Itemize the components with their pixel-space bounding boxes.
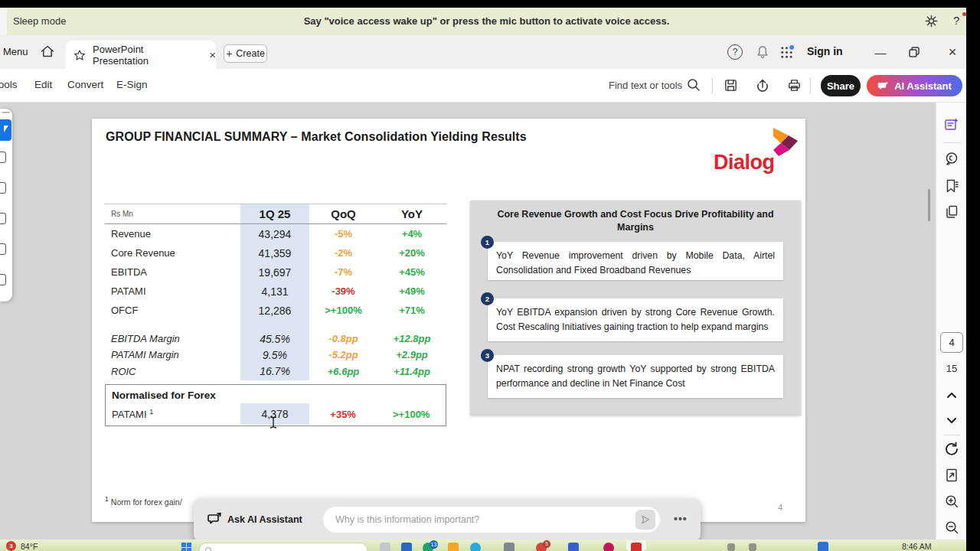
tool-icon[interactable] <box>0 213 6 224</box>
print-icon[interactable] <box>787 78 802 93</box>
vertical-scrollbar-thumb[interactable] <box>928 189 930 221</box>
sign-in-button[interactable]: Sign in <box>807 45 843 57</box>
zoom-in-icon[interactable] <box>940 490 963 513</box>
rotate-page-icon[interactable] <box>940 438 963 461</box>
taskbar-app-icon[interactable] <box>504 543 514 551</box>
document-tab[interactable]: PowerPoint Presentation × <box>66 41 216 69</box>
row-yoy: +20% <box>377 247 446 259</box>
favorite-star-icon[interactable] <box>74 49 86 61</box>
tool-icon[interactable] <box>0 274 6 285</box>
taskbar-app-icon[interactable] <box>568 543 579 551</box>
weather-alert-badge: 3 <box>6 541 16 551</box>
voice-help-icon[interactable]: ? <box>953 14 959 27</box>
bookmarks-icon[interactable] <box>940 174 963 197</box>
row-value: 12,286 <box>240 305 309 317</box>
row-qoq: -0.8pp <box>309 333 377 344</box>
share-button[interactable]: Share <box>821 75 861 96</box>
weather-widget[interactable]: 84°F <box>21 542 38 551</box>
table-row: EBITDA 19,697 -7% +45% <box>105 262 446 282</box>
tool-icon[interactable] <box>0 243 6 255</box>
plus-icon: + <box>226 47 232 60</box>
ai-summary-icon[interactable] <box>940 113 963 136</box>
row-value: 16.7% <box>240 365 309 377</box>
taskbar-app-icon[interactable] <box>401 543 412 551</box>
close-window-button[interactable]: × <box>943 44 962 60</box>
more-options-icon[interactable]: ••• <box>674 513 688 525</box>
notifications-bell-icon[interactable] <box>755 44 770 60</box>
row-qoq: -7% <box>309 266 377 278</box>
window-edge <box>0 8 7 35</box>
ai-assistant-label: AI Assistant <box>894 80 952 92</box>
current-page-input[interactable]: 4 <box>940 332 963 353</box>
windows-start-icon[interactable] <box>181 543 191 551</box>
comments-icon[interactable] <box>940 147 963 170</box>
help-icon[interactable]: ? <box>727 44 743 60</box>
taskbar-clock[interactable]: 8:46 AM <box>902 542 932 551</box>
table-header-row: Rs Mn 1Q 25 QoQ YoY <box>105 204 446 224</box>
menu-convert[interactable]: Convert <box>67 79 103 90</box>
table-row: Core Revenue 41,359 -2% +20% <box>105 243 446 262</box>
search-icon[interactable] <box>686 77 701 93</box>
taskbar-app-icon[interactable] <box>603 543 614 551</box>
row-qoq: >+100% <box>309 305 377 316</box>
previous-page-chevron-up-icon[interactable] <box>940 384 963 407</box>
taskbar-tray-icon[interactable] <box>818 542 828 551</box>
tool-select-active[interactable] <box>0 119 11 141</box>
save-icon[interactable] <box>724 78 738 93</box>
send-icon <box>640 514 651 525</box>
home-icon[interactable] <box>40 44 55 59</box>
selection-arrow-icon <box>4 126 8 132</box>
taskbar-app-icon[interactable] <box>470 543 481 551</box>
ai-assistant-button[interactable]: AI Assistant <box>867 75 962 96</box>
table-row-margin: ROIC 16.7% +6.6pp +11.4pp <box>105 363 446 380</box>
toolbar-divider <box>712 77 713 94</box>
voice-settings-gear-icon[interactable] <box>924 14 939 28</box>
table-row: Revenue 43,294 -5% +4% <box>105 224 446 243</box>
tool-icon[interactable] <box>0 152 6 163</box>
dialog-logo: Dialog <box>714 126 799 178</box>
row-yoy: +2.9pp <box>377 349 446 360</box>
send-button[interactable] <box>635 510 655 530</box>
menu-edit[interactable]: Edit <box>34 79 52 90</box>
panel-drag-handle[interactable] <box>2 112 10 113</box>
menu-esign[interactable]: E-Sign <box>116 79 148 90</box>
col-header-1q25: 1Q 25 <box>240 207 309 220</box>
menu-tools[interactable]: Tools <box>0 79 18 90</box>
row-label: EBITDA <box>105 266 240 278</box>
upload-share-icon[interactable] <box>755 77 770 93</box>
panel-item-text: YoY Revenue improvement driven by Mobile… <box>488 242 783 280</box>
menu-button[interactable]: Menu <box>3 46 28 57</box>
taskbar-search-input[interactable] <box>199 543 368 551</box>
fit-page-icon[interactable] <box>940 464 963 487</box>
table-row-margin: PATAMI Margin 9.5% -5.2pp +2.9pp <box>105 347 446 363</box>
row-label: Revenue <box>105 228 240 240</box>
tool-icon[interactable] <box>0 182 6 194</box>
taskbar-tray-icon[interactable] <box>727 543 735 551</box>
row-yoy: +4% <box>377 228 446 240</box>
minimize-button[interactable]: — <box>871 44 890 60</box>
row-qoq: -39% <box>309 285 377 297</box>
find-text-label[interactable]: Find text or tools <box>609 80 682 91</box>
next-page-chevron-down-icon[interactable] <box>940 409 963 432</box>
apps-grid-icon[interactable] <box>779 45 794 60</box>
letterbox-right <box>966 0 980 551</box>
pages-copy-icon[interactable] <box>940 201 963 223</box>
tab-close-icon[interactable]: × <box>209 48 216 61</box>
taskbar-tray-icon[interactable] <box>749 543 756 551</box>
ask-ai-assistant-bar: Ask AI Assistant ••• <box>194 499 701 542</box>
row-label: PATAMI 1 <box>106 408 240 420</box>
rail-divider <box>943 142 960 143</box>
taskbar-app-icon[interactable] <box>631 543 642 551</box>
ai-question-input[interactable] <box>323 507 660 533</box>
create-button[interactable]: + Create <box>224 44 267 63</box>
rail-divider <box>943 435 960 435</box>
taskbar-app-icon[interactable] <box>448 543 459 551</box>
zoom-out-icon[interactable] <box>940 516 963 539</box>
slide-footnote: 1 Norm for forex gain/ <box>105 495 182 507</box>
taskbar-app-icon[interactable] <box>380 543 390 551</box>
taskbar-search-icon <box>205 547 211 551</box>
screen: Sleep mode Say "voice access wake up" or… <box>0 0 980 551</box>
restore-button[interactable] <box>908 46 920 58</box>
slide-page: GROUP FINANCIAL SUMMARY – Market Consoli… <box>92 119 805 522</box>
row-label: Core Revenue <box>105 247 240 259</box>
